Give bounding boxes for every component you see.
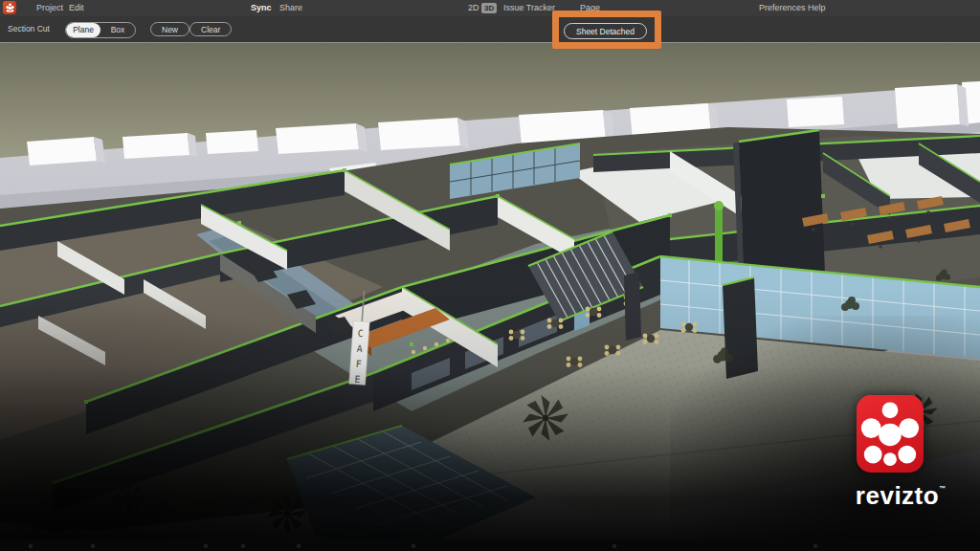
menu-2d[interactable]: 2D: [468, 0, 479, 16]
section-cut-label: Section Cut: [8, 16, 50, 42]
bottom-tool-icon: [813, 544, 817, 548]
bottom-tool-icon: [241, 544, 245, 548]
new-button[interactable]: New: [150, 22, 189, 36]
plane-toggle[interactable]: Plane: [66, 23, 100, 37]
vignette: [0, 268, 980, 551]
menu-3d-selected[interactable]: 3D: [481, 3, 497, 13]
revizto-window: C A F E: [0, 0, 980, 551]
revizto-wordmark: revizto™: [847, 474, 954, 510]
bottom-tool-icon: [297, 544, 301, 548]
plane-box-toggle: Plane Box: [65, 22, 136, 38]
menu-help[interactable]: Help: [808, 0, 826, 16]
bottom-tool-icon: [612, 544, 616, 548]
menu-item-obscured[interactable]: Page: [580, 0, 600, 16]
section-cut-toolbar: Section Cut Plane Box New Clear Sheet De…: [0, 16, 980, 43]
revizto-wordmark-text: revizto: [856, 481, 939, 510]
bottom-tool-icon: [204, 544, 208, 548]
menu-share[interactable]: Share: [279, 0, 302, 16]
menu-preferences[interactable]: Preferences: [759, 0, 806, 16]
clear-button[interactable]: Clear: [189, 22, 232, 36]
bottom-tool-icon: [29, 544, 33, 548]
menu-issue-tracker[interactable]: Issue Tracker: [503, 0, 555, 16]
app-logo-icon: [3, 1, 16, 14]
toolbar-separator: [0, 42, 980, 43]
menu-project[interactable]: Project: [36, 0, 63, 16]
bottom-tool-icon: [412, 544, 415, 548]
3d-viewport[interactable]: C A F E: [0, 43, 980, 551]
bottom-tool-icon: [91, 544, 95, 548]
trademark-symbol: ™: [939, 485, 946, 492]
revizto-logo-mark: [857, 395, 924, 473]
box-toggle[interactable]: Box: [100, 23, 135, 37]
revizto-logo: revizto™: [847, 390, 954, 510]
menu-sync[interactable]: Sync: [251, 0, 272, 16]
menu-edit[interactable]: Edit: [69, 0, 84, 16]
menu-bar: Project Edit Sync Share 2D 3D Issue Trac…: [0, 0, 980, 16]
sheet-detached-button[interactable]: Sheet Detached: [564, 23, 647, 39]
bottom-toolbar: [0, 540, 980, 551]
